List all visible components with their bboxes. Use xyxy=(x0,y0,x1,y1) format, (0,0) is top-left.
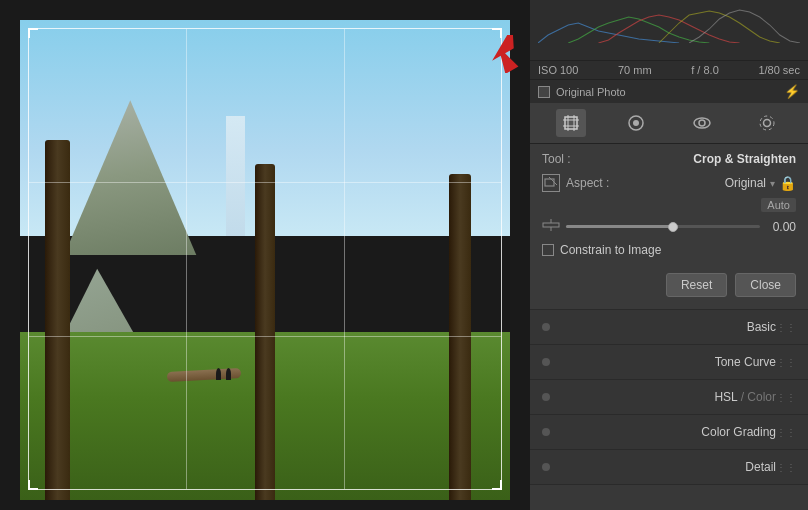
panel-tone-curve[interactable]: Tone Curve ⋮⋮ xyxy=(530,345,808,380)
crop-tool-icon xyxy=(562,114,580,132)
svg-point-9 xyxy=(699,120,705,126)
aspect-value-group: Original ▾ 🔒 xyxy=(725,175,796,191)
photo-container xyxy=(0,0,530,510)
svg-point-10 xyxy=(764,120,771,127)
auto-label[interactable]: Auto xyxy=(761,198,796,212)
tool-value: Crop & Straighten xyxy=(693,152,796,166)
detail-toggle-icon: ⋮⋮ xyxy=(776,462,796,473)
buttons-row: Reset Close xyxy=(542,267,796,301)
tool-name-row: Tool : Crop & Straighten xyxy=(542,152,796,166)
panel-basic-label: Basic xyxy=(556,320,776,334)
angle-level-icon xyxy=(542,218,560,232)
basic-dot xyxy=(542,323,550,331)
lightning-icon: ⚡ xyxy=(784,84,800,99)
tone-curve-dot xyxy=(542,358,550,366)
panel-tone-curve-label: Tone Curve xyxy=(556,355,776,369)
svg-marker-0 xyxy=(482,35,525,73)
constrain-checkbox[interactable] xyxy=(542,244,554,256)
svg-point-11 xyxy=(760,116,774,130)
heal-tool-icon xyxy=(627,114,645,132)
original-photo-bar: Original Photo ⚡ xyxy=(530,79,808,103)
angle-slider-fill xyxy=(566,225,673,228)
lock-icon[interactable]: 🔒 xyxy=(779,175,796,191)
hsl-dot xyxy=(542,393,550,401)
histogram-chart xyxy=(538,5,800,43)
angle-value: 0.00 xyxy=(766,220,796,234)
grid-line-h1 xyxy=(29,182,501,183)
right-panel: ISO 100 70 mm f / 8.0 1/80 sec Original … xyxy=(530,0,808,510)
photo-area xyxy=(0,0,530,510)
exif-focal: 70 mm xyxy=(618,64,652,76)
basic-toggle-icon: ⋮⋮ xyxy=(776,322,796,333)
svg-line-13 xyxy=(549,177,557,185)
histogram-area xyxy=(530,0,808,60)
panel-detail[interactable]: Detail ⋮⋮ xyxy=(530,450,808,485)
svg-point-7 xyxy=(633,120,639,126)
grid-line-h2 xyxy=(29,336,501,337)
auto-row: Auto xyxy=(542,198,796,212)
crop-aspect-icon xyxy=(544,176,558,190)
aspect-icon xyxy=(542,174,560,192)
crop-overlay[interactable] xyxy=(28,28,502,490)
angle-slider[interactable] xyxy=(566,225,760,228)
detail-dot xyxy=(542,463,550,471)
svg-rect-14 xyxy=(543,223,559,227)
angle-row: 0.00 xyxy=(542,218,796,235)
aspect-value: Original xyxy=(725,176,766,190)
crop-handle-bottomright[interactable] xyxy=(492,480,502,490)
constrain-label: Constrain to Image xyxy=(560,243,661,257)
tab-crop[interactable] xyxy=(556,109,586,137)
panel-hsl-label: HSL / Color xyxy=(556,390,776,404)
constrain-row: Constrain to Image xyxy=(542,243,796,257)
tab-settings[interactable] xyxy=(752,109,782,137)
reset-button[interactable]: Reset xyxy=(666,273,727,297)
exif-iso: ISO 100 xyxy=(538,64,578,76)
settings-tool-icon xyxy=(758,114,776,132)
crop-handle-topleft[interactable] xyxy=(28,28,38,38)
panel-color-grading[interactable]: Color Grading ⋮⋮ xyxy=(530,415,808,450)
original-photo-label: Original Photo xyxy=(556,86,626,98)
photo-background xyxy=(20,20,510,500)
color-grading-dot xyxy=(542,428,550,436)
exif-aperture: f / 8.0 xyxy=(691,64,719,76)
panel-detail-label: Detail xyxy=(556,460,776,474)
panel-hsl[interactable]: HSL / Color ⋮⋮ xyxy=(530,380,808,415)
panel-basic[interactable]: Basic ⋮⋮ xyxy=(530,310,808,345)
exif-bar: ISO 100 70 mm f / 8.0 1/80 sec xyxy=(530,60,808,79)
tab-heal[interactable] xyxy=(621,109,651,137)
tone-curve-toggle-icon: ⋮⋮ xyxy=(776,357,796,368)
original-photo-checkbox[interactable] xyxy=(538,86,550,98)
tab-redeye[interactable] xyxy=(687,109,717,137)
hsl-slash: / Color xyxy=(741,390,776,404)
aspect-dropdown-arrow[interactable]: ▾ xyxy=(770,178,775,189)
svg-rect-1 xyxy=(565,117,577,129)
grid-line-v2 xyxy=(344,29,345,489)
aspect-row: Aspect : Original ▾ 🔒 xyxy=(542,174,796,192)
redeye-tool-icon xyxy=(693,114,711,132)
tool-tabs xyxy=(530,103,808,144)
exif-shutter: 1/80 sec xyxy=(758,64,800,76)
angle-slider-thumb[interactable] xyxy=(668,222,678,232)
tool-label: Tool : xyxy=(542,152,571,166)
color-grading-toggle-icon: ⋮⋮ xyxy=(776,427,796,438)
angle-icon xyxy=(542,218,560,235)
crop-handle-bottomleft[interactable] xyxy=(28,480,38,490)
close-button[interactable]: Close xyxy=(735,273,796,297)
hsl-toggle-icon: ⋮⋮ xyxy=(776,392,796,403)
hsl-label-text: HSL xyxy=(714,390,737,404)
crop-grid-inner xyxy=(29,29,501,489)
grid-line-v1 xyxy=(186,29,187,489)
crop-tool-panel: Tool : Crop & Straighten Aspect : Origin… xyxy=(530,144,808,310)
panel-color-grading-label: Color Grading xyxy=(556,425,776,439)
aspect-label: Aspect : xyxy=(566,176,609,190)
